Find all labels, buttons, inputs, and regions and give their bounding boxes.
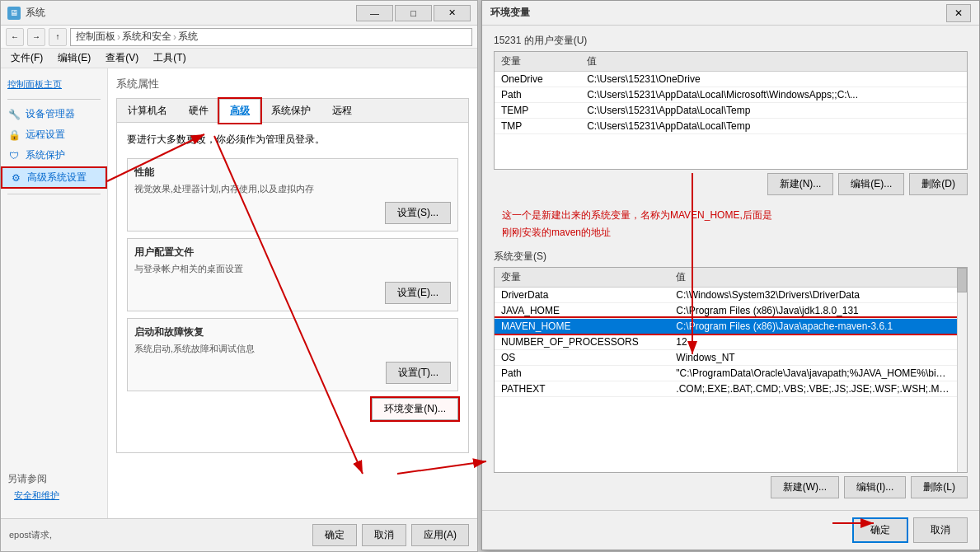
user-env-row[interactable]: TEMPC:\Users\15231\AppData\Local\Temp xyxy=(495,103,967,119)
close-button[interactable]: ✕ xyxy=(434,5,471,21)
user-val-cell: C:\Users\15231\AppData\Local\Temp xyxy=(580,119,967,134)
menu-file[interactable]: 文件(F) xyxy=(4,49,49,67)
note-text: 要进行大多数更改，你必须作为管理员登录。 xyxy=(127,133,325,145)
performance-title: 性能 xyxy=(134,166,451,180)
main-layout: 控制面板主页 🔧 设备管理器 🔒 远程设置 🛡 系统保护 ⚙ 高级系统设置 另请… xyxy=(1,68,477,518)
sidebar-item-remote[interactable]: 🔒 远程设置 xyxy=(1,125,107,144)
breadcrumb-sep-1: › xyxy=(117,31,120,43)
user-val-cell: C:\Users\15231\AppData\Local\Microsoft\W… xyxy=(580,87,967,103)
sidebar: 控制面板主页 🔧 设备管理器 🔒 远程设置 🛡 系统保护 ⚙ 高级系统设置 另请… xyxy=(1,68,108,518)
dialog-body: 15231 的用户变量(U) 变量 值 OneDriveC:\Users\152… xyxy=(482,26,979,510)
breadcrumb-sep-2: › xyxy=(173,31,176,43)
user-section-label: 15231 的用户变量(U) xyxy=(494,34,968,48)
sys-env-row[interactable]: PATHEXT.COM;.EXE;.BAT;.CMD;.VBS;.VBE;.JS… xyxy=(495,381,957,396)
tab-computer-name[interactable]: 计算机名 xyxy=(117,99,178,123)
startup-settings-btn[interactable]: 设置(T)... xyxy=(386,362,451,384)
sys-env-row[interactable]: MAVEN_HOMEC:\Program Files (x86)\Java\ap… xyxy=(495,318,957,334)
user-env-row[interactable]: PathC:\Users\15231\AppData\Local\Microso… xyxy=(495,87,967,103)
sys-env-table: 变量 值 DriverDataC:\Windows\System32\Drive… xyxy=(495,268,957,397)
sys-var-cell: DriverData xyxy=(495,287,669,302)
sys-edit-btn[interactable]: 编辑(I)... xyxy=(844,476,906,498)
user-profiles-section: 用户配置文件 与登录帐户相关的桌面设置 设置(E)... xyxy=(127,238,458,311)
sidebar-item-device-manager[interactable]: 🔧 设备管理器 xyxy=(1,105,107,124)
user-env-table: 变量 值 OneDriveC:\Users\15231\OneDrivePath… xyxy=(495,52,967,134)
ok-btn[interactable]: 确定 xyxy=(312,524,357,546)
sidebar-item-system-protection[interactable]: 🛡 系统保护 xyxy=(1,146,107,165)
performance-settings-btn[interactable]: 设置(S)... xyxy=(385,202,451,224)
remote-icon: 🔒 xyxy=(7,129,21,142)
minimize-button[interactable]: — xyxy=(356,5,393,21)
sys-var-cell: PATHEXT xyxy=(495,381,669,396)
system-window: 🖥 系统 — □ ✕ ← → ↑ 控制面板 › 系统和安全 › 系统 文件(F)… xyxy=(0,0,478,552)
sidebar-footer: 另请参阅 安全和维护 xyxy=(1,465,107,512)
dialog-cancel-btn[interactable]: 取消 xyxy=(913,517,968,543)
breadcrumb-security[interactable]: 系统和安全 xyxy=(122,30,171,44)
menu-tools[interactable]: 工具(T) xyxy=(147,49,192,67)
cancel-system-btn[interactable]: 取消 xyxy=(362,524,406,546)
env-variables-btn[interactable]: 环境变量(N)... xyxy=(372,398,458,420)
user-var-cell: Path xyxy=(495,87,580,103)
menu-edit[interactable]: 编辑(E) xyxy=(51,49,97,67)
sys-var-cell: MAVEN_HOME xyxy=(495,318,669,334)
sidebar-item-advanced[interactable]: ⚙ 高级系统设置 xyxy=(1,166,107,189)
system-titlebar: 🖥 系统 — □ ✕ xyxy=(1,1,477,26)
sidebar-label-system-protection: 系统保护 xyxy=(26,148,65,162)
sidebar-link-security[interactable]: 安全和维护 xyxy=(7,486,101,505)
forward-button[interactable]: → xyxy=(27,28,45,46)
user-var-cell: TMP xyxy=(495,119,580,134)
system-action-btns: 确定 取消 应用(A) xyxy=(312,524,469,546)
annotation-text: 这一个是新建出来的系统变量，名称为MAVEN_HOME,后面是 刚刚安装的mav… xyxy=(502,207,959,241)
system-window-title: 系统 xyxy=(26,6,45,20)
tab-remote[interactable]: 远程 xyxy=(321,99,363,123)
breadcrumb: 控制面板 › 系统和安全 › 系统 xyxy=(70,28,472,46)
performance-desc: 视觉效果,处理器计划,内存使用,以及虚拟内存 xyxy=(134,183,451,195)
sys-delete-btn[interactable]: 删除(L) xyxy=(911,476,968,498)
sys-val-cell: C:\Windows\System32\Drivers\DriverData xyxy=(669,287,957,302)
menu-view[interactable]: 查看(V) xyxy=(99,49,145,67)
sys-new-btn[interactable]: 新建(W)... xyxy=(771,476,839,498)
sys-var-cell: OS xyxy=(495,349,669,365)
user-edit-btn[interactable]: 编辑(E)... xyxy=(838,173,904,195)
content-area: 系统属性 计算机名 硬件 高级 系统保护 远程 要进行大多数更改，你必须作为管理… xyxy=(108,68,477,518)
dialog-close-btn[interactable]: ✕ xyxy=(946,4,971,22)
tab-hardware[interactable]: 硬件 xyxy=(178,99,219,123)
breadcrumb-control-panel[interactable]: 控制面板 xyxy=(76,30,115,44)
sys-val-cell: 12 xyxy=(669,334,957,349)
system-protection-icon: 🛡 xyxy=(7,149,21,162)
user-env-btn-row: 新建(N)... 编辑(E)... 删除(D) xyxy=(494,170,968,199)
back-button[interactable]: ← xyxy=(6,28,24,46)
user-profiles-desc: 与登录帐户相关的桌面设置 xyxy=(134,263,451,275)
window-controls: — □ ✕ xyxy=(356,5,471,21)
sidebar-control-panel-home[interactable]: 控制面板主页 xyxy=(1,75,107,94)
sys-env-row[interactable]: NUMBER_OF_PROCESSORS12 xyxy=(495,334,957,349)
up-button[interactable]: ↑ xyxy=(49,28,67,46)
user-profiles-settings-btn[interactable]: 设置(E)... xyxy=(385,282,451,304)
status-text: epost请求, xyxy=(9,529,52,541)
tab-advanced[interactable]: 高级 xyxy=(219,99,260,123)
sys-env-row[interactable]: OSWindows_NT xyxy=(495,349,957,365)
breadcrumb-system[interactable]: 系统 xyxy=(178,30,198,44)
user-env-section: 15231 的用户变量(U) 变量 值 OneDriveC:\Users\152… xyxy=(494,34,968,199)
user-env-row[interactable]: OneDriveC:\Users\15231\OneDrive xyxy=(495,72,967,87)
content-header: 系统属性 xyxy=(116,77,469,91)
apply-btn[interactable]: 应用(A) xyxy=(411,524,469,546)
startup-desc: 系统启动,系统故障和调试信息 xyxy=(134,343,451,355)
user-var-cell: OneDrive xyxy=(495,72,580,87)
menu-bar: 文件(F) 编辑(E) 查看(V) 工具(T) xyxy=(1,49,477,68)
user-env-row[interactable]: TMPC:\Users\15231\AppData\Local\Temp xyxy=(495,119,967,134)
sys-env-row[interactable]: Path"C:\ProgramData\Oracle\Java\javapath… xyxy=(495,365,957,381)
sys-env-row[interactable]: DriverDataC:\Windows\System32\Drivers\Dr… xyxy=(495,287,957,302)
section-note: 要进行大多数更改，你必须作为管理员登录。 xyxy=(127,133,458,147)
maximize-button[interactable]: □ xyxy=(395,5,432,21)
sys-env-row[interactable]: JAVA_HOMEC:\Program Files (x86)\Java\jdk… xyxy=(495,302,957,318)
tab-content-advanced: 要进行大多数更改，你必须作为管理员登录。 性能 视觉效果,处理器计划,内存使用,… xyxy=(117,123,468,452)
tabs-header: 计算机名 硬件 高级 系统保护 远程 xyxy=(117,99,468,123)
dialog-confirm-btn[interactable]: 确定 xyxy=(852,517,908,543)
user-new-btn[interactable]: 新建(N)... xyxy=(767,173,834,195)
tab-system-protection[interactable]: 系统保护 xyxy=(260,99,321,123)
sidebar-label-advanced: 高级系统设置 xyxy=(27,171,87,185)
sys-var-cell: NUMBER_OF_PROCESSORS xyxy=(495,334,669,349)
user-delete-btn[interactable]: 删除(D) xyxy=(909,173,968,195)
startup-section: 启动和故障恢复 系统启动,系统故障和调试信息 设置(T)... xyxy=(127,318,458,391)
user-var-cell: TEMP xyxy=(495,103,580,119)
